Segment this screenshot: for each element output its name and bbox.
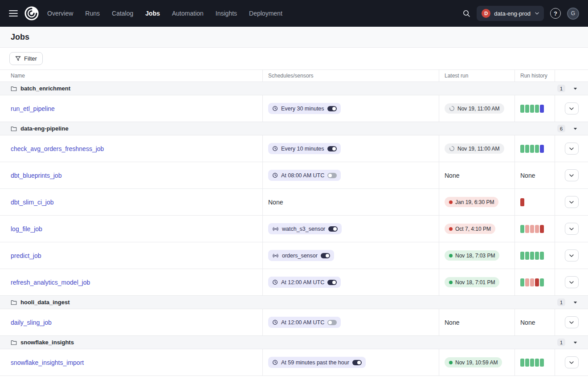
run-history-bar[interactable]: [535, 359, 539, 367]
schedule-pill[interactable]: Every 10 minutes: [268, 143, 341, 154]
run-history-none-text: None: [520, 172, 535, 179]
schedule-pill[interactable]: At 12:00 AM UTC: [268, 317, 341, 328]
run-history-bar[interactable]: [540, 225, 544, 233]
run-history-bar[interactable]: [530, 105, 534, 113]
job-name-link[interactable]: dbt_slim_ci_job: [11, 199, 54, 206]
help-icon[interactable]: ?: [550, 8, 561, 19]
schedule-pill[interactable]: At 08:00 AM UTC: [268, 170, 341, 181]
run-history-bar[interactable]: [530, 225, 534, 233]
run-history-bar[interactable]: [530, 278, 534, 286]
job-name-cell: log_file_job: [0, 216, 263, 242]
job-name-cell: refresh_analytics_model_job: [0, 269, 263, 295]
run-status-dot: [449, 200, 453, 204]
search-icon[interactable]: [462, 9, 470, 17]
expand-row-button[interactable]: [565, 143, 579, 155]
run-history-bar[interactable]: [525, 359, 529, 367]
deployment-switcher[interactable]: D data-eng-prod: [477, 6, 544, 21]
job-group-row[interactable]: hooli_data_ingest1: [0, 296, 588, 309]
run-history-bar[interactable]: [540, 145, 544, 153]
expand-row-button[interactable]: [565, 223, 579, 235]
schedule-toggle[interactable]: [327, 106, 337, 111]
job-name-link[interactable]: check_avg_orders_freshness_job: [11, 145, 104, 152]
nav-insights[interactable]: Insights: [216, 10, 237, 17]
run-history-bar[interactable]: [535, 252, 539, 260]
job-name-link[interactable]: daily_sling_job: [11, 319, 52, 326]
expand-row-button[interactable]: [565, 102, 579, 114]
job-group-row[interactable]: data-eng-pipeline6: [0, 122, 588, 135]
latest-run-pill[interactable]: Nov 19, 11:00 AM: [445, 103, 504, 114]
job-group-row[interactable]: snowflake_insights1: [0, 336, 588, 349]
expand-row-button[interactable]: [565, 316, 579, 328]
expand-row-button[interactable]: [565, 169, 579, 181]
run-history-bar[interactable]: [520, 278, 524, 286]
filter-button[interactable]: Filter: [9, 52, 43, 65]
latest-run-pill[interactable]: Nov 18, 7:03 PM: [445, 250, 499, 261]
group-count-badge: 1: [557, 339, 565, 346]
user-avatar[interactable]: G: [567, 8, 579, 20]
expand-row-button[interactable]: [565, 249, 579, 261]
job-group-row[interactable]: batch_enrichment1: [0, 82, 588, 95]
run-history-bar[interactable]: [535, 105, 539, 113]
schedule-pill[interactable]: At 59 minutes past the hour: [268, 357, 366, 368]
run-history-bar[interactable]: [525, 105, 529, 113]
schedule-toggle[interactable]: [327, 146, 337, 151]
run-history-bar[interactable]: [530, 359, 534, 367]
latest-run-pill[interactable]: Jan 19, 6:30 PM: [445, 197, 498, 207]
job-name-link[interactable]: dbt_blueprints_job: [11, 172, 61, 179]
run-history-bar[interactable]: [520, 225, 524, 233]
run-history-bar[interactable]: [525, 278, 529, 286]
dagster-logo[interactable]: [24, 6, 39, 21]
run-history-bar[interactable]: [535, 225, 539, 233]
job-name-link[interactable]: snowflake_insights_import: [11, 359, 84, 366]
run-history-bar[interactable]: [540, 359, 544, 367]
nav-overview[interactable]: Overview: [47, 10, 73, 17]
run-history-bar[interactable]: [540, 105, 544, 113]
nav-jobs[interactable]: Jobs: [145, 10, 160, 17]
job-name-link[interactable]: run_etl_pipeline: [11, 105, 55, 112]
expand-row-button[interactable]: [565, 196, 579, 208]
expand-row-button[interactable]: [565, 276, 579, 288]
schedule-toggle[interactable]: [352, 360, 362, 365]
run-history-bar[interactable]: [520, 198, 524, 206]
latest-run-pill[interactable]: Oct 7, 4:10 PM: [445, 224, 495, 234]
nav-runs[interactable]: Runs: [85, 10, 100, 17]
run-history-bar[interactable]: [520, 105, 524, 113]
job-name-link[interactable]: log_file_job: [11, 225, 42, 233]
sensor-pill[interactable]: watch_s3_sensor: [268, 223, 342, 234]
run-history-bar[interactable]: [520, 359, 524, 367]
job-row: dbt_slim_ci_jobNoneJan 19, 6:30 PM: [0, 189, 588, 216]
run-history-bar[interactable]: [520, 145, 524, 153]
run-history-bar[interactable]: [535, 145, 539, 153]
hamburger-menu-icon[interactable]: [9, 10, 18, 17]
expand-row-button[interactable]: [565, 356, 579, 368]
run-history-bar[interactable]: [520, 252, 524, 260]
job-name-link[interactable]: refresh_analytics_model_job: [11, 279, 90, 286]
nav-catalog[interactable]: Catalog: [112, 10, 133, 17]
latest-run-pill[interactable]: Nov 18, 7:01 PM: [445, 277, 499, 287]
schedule-toggle[interactable]: [327, 173, 337, 178]
schedule-toggle[interactable]: [327, 280, 337, 285]
latest-run-pill[interactable]: Nov 19, 11:00 AM: [445, 143, 504, 154]
run-history-bar[interactable]: [535, 278, 539, 286]
schedule-pill[interactable]: At 12:00 AM UTC: [268, 277, 341, 288]
run-history-bar[interactable]: [530, 252, 534, 260]
run-status-dot: [449, 254, 453, 257]
sensor-toggle[interactable]: [321, 253, 330, 258]
run-history-bar[interactable]: [525, 225, 529, 233]
sensor-toggle[interactable]: [328, 226, 338, 232]
schedule-pill[interactable]: Every 30 minutes: [268, 103, 341, 114]
latest-run-pill[interactable]: Nov 19, 10:59 AM: [445, 357, 502, 368]
sensor-pill[interactable]: orders_sensor: [268, 250, 334, 261]
run-history-bar[interactable]: [525, 145, 529, 153]
schedule-toggle[interactable]: [327, 320, 337, 325]
nav-automation[interactable]: Automation: [172, 10, 204, 17]
column-header-name: Name: [0, 70, 263, 82]
run-history-bar[interactable]: [540, 252, 544, 260]
run-history-bar[interactable]: [530, 145, 534, 153]
job-name-link[interactable]: predict_job: [11, 252, 41, 259]
job-name-cell: dbt_slim_ci_job: [0, 189, 263, 215]
run-history-bar[interactable]: [525, 252, 529, 260]
run-history-bar[interactable]: [540, 278, 544, 286]
job-actions-cell: [555, 189, 588, 215]
nav-deployment[interactable]: Deployment: [249, 10, 282, 17]
